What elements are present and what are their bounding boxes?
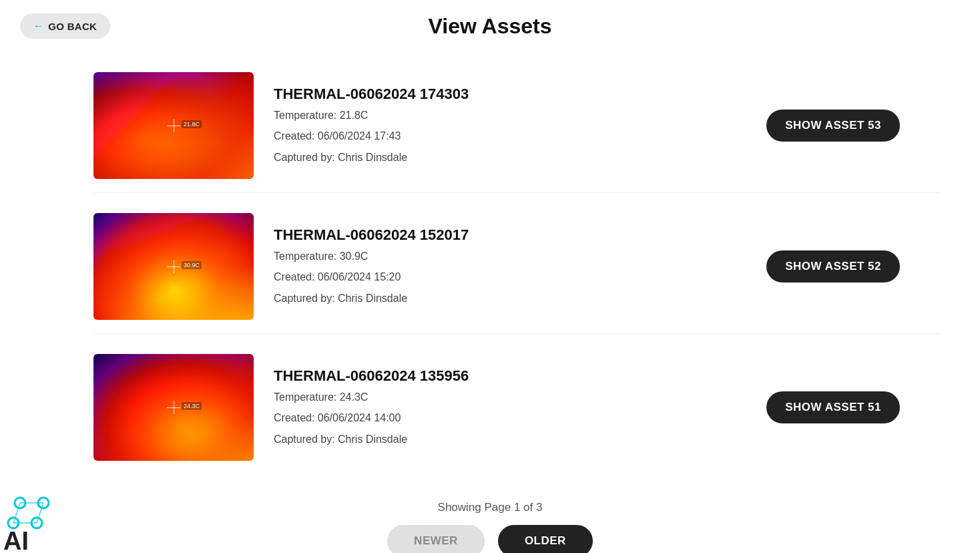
asset-row: 30.9C THERMAL-06062024 152017 Temperatur… bbox=[93, 200, 940, 334]
asset-row: 24.3C THERMAL-06062024 135956 Temperatur… bbox=[93, 341, 940, 474]
asset-temperature-52: Temperature: 30.9C bbox=[274, 248, 746, 265]
asset-created-51: Created: 06/06/2024 14:00 bbox=[274, 409, 746, 427]
asset-temperature-51: Temperature: 24.3C bbox=[274, 389, 746, 406]
page-title: View Assets bbox=[429, 14, 552, 39]
asset-captured-53: Captured by: Chris Dinsdale bbox=[274, 149, 746, 166]
asset-name-51: THERMAL-06062024 135956 bbox=[274, 367, 746, 385]
newer-button[interactable]: NEWER bbox=[387, 525, 485, 553]
asset-thumbnail-52: 30.9C bbox=[93, 213, 254, 320]
asset-info-52: THERMAL-06062024 152017 Temperature: 30.… bbox=[274, 226, 746, 307]
pagination-buttons: NEWER OLDER bbox=[387, 525, 593, 553]
asset-created-53: Created: 06/06/2024 17:43 bbox=[274, 128, 746, 145]
asset-name-53: THERMAL-06062024 174303 bbox=[274, 85, 746, 103]
pagination-text: Showing Page 1 of 3 bbox=[438, 501, 543, 514]
thermal-image-51: 24.3C bbox=[93, 354, 254, 461]
thermal-image-52: 30.9C bbox=[93, 213, 254, 320]
temp-overlay-51: 24.3C bbox=[182, 402, 202, 410]
asset-captured-52: Captured by: Chris Dinsdale bbox=[274, 290, 746, 307]
crosshair-icon bbox=[167, 401, 180, 414]
assets-list: 21.8C THERMAL-06062024 174303 Temperatur… bbox=[0, 45, 980, 488]
asset-row: 21.8C THERMAL-06062024 174303 Temperatur… bbox=[93, 59, 940, 193]
asset-info-51: THERMAL-06062024 135956 Temperature: 24.… bbox=[274, 367, 746, 448]
show-asset-52-button[interactable]: SHOW ASSET 52 bbox=[766, 250, 900, 283]
show-asset-53-button[interactable]: SHOW ASSET 53 bbox=[766, 110, 900, 142]
crosshair-icon bbox=[167, 260, 180, 273]
pagination: Showing Page 1 of 3 NEWER OLDER bbox=[0, 488, 980, 553]
ai-logo-svg: AI bbox=[0, 486, 67, 553]
temp-overlay-52: 30.9C bbox=[182, 261, 202, 269]
header: ← GO BACK View Assets bbox=[0, 0, 980, 45]
show-asset-51-button[interactable]: SHOW ASSET 51 bbox=[766, 391, 900, 423]
asset-temperature-53: Temperature: 21.8C bbox=[274, 107, 746, 124]
asset-name-52: THERMAL-06062024 152017 bbox=[274, 226, 746, 244]
asset-thumbnail-53: 21.8C bbox=[93, 72, 254, 179]
ai-logo: AI bbox=[0, 486, 67, 553]
go-back-button[interactable]: ← GO BACK bbox=[20, 13, 110, 39]
go-back-label: GO BACK bbox=[48, 21, 97, 32]
arrow-icon: ← bbox=[33, 20, 44, 32]
asset-captured-51: Captured by: Chris Dinsdale bbox=[274, 431, 746, 448]
asset-info-53: THERMAL-06062024 174303 Temperature: 21.… bbox=[274, 85, 746, 166]
asset-created-52: Created: 06/06/2024 15:20 bbox=[274, 268, 746, 286]
temp-overlay-53: 21.8C bbox=[182, 120, 202, 128]
asset-thumbnail-51: 24.3C bbox=[93, 354, 254, 461]
svg-text:AI: AI bbox=[3, 527, 29, 553]
older-button[interactable]: OLDER bbox=[498, 525, 593, 553]
thermal-image-53: 21.8C bbox=[93, 72, 254, 179]
crosshair-icon bbox=[167, 119, 180, 132]
